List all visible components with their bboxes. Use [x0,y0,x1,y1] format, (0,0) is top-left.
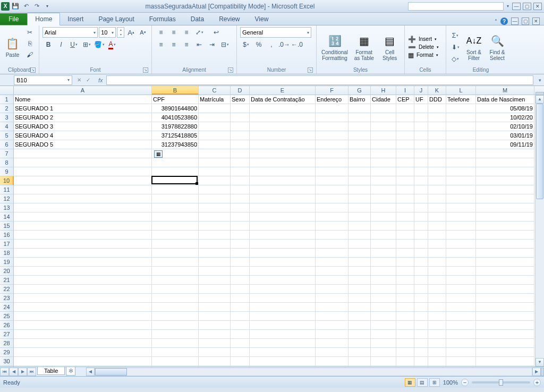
column-header-F[interactable]: F [316,86,348,95]
cell-F28[interactable] [316,339,348,348]
grid-rows[interactable]: 1NomeCPFMatrículaSexoData de Contratação… [0,95,544,367]
cell-B5[interactable]: 37125418805 [152,131,199,140]
cell-L9[interactable] [446,167,476,176]
cell-A27[interactable] [14,330,152,339]
row-header-30[interactable]: 30 [0,357,14,366]
cell-H16[interactable] [371,231,396,240]
sort-filter-button[interactable]: A↓ZSort & Filter [463,27,484,67]
cell-F8[interactable] [316,158,348,167]
column-header-B[interactable]: B [152,86,199,95]
cell-E30[interactable] [250,357,316,366]
cell-I13[interactable] [396,203,414,212]
cell-J28[interactable] [414,339,428,348]
cell-A26[interactable] [14,321,152,330]
cell-J11[interactable] [414,185,428,194]
cell-I2[interactable] [396,104,414,113]
cell-E3[interactable] [250,113,316,122]
formulas-tab[interactable]: Formulas [142,13,183,25]
cell-J13[interactable] [414,203,428,212]
cell-K1[interactable]: DDD [428,95,446,104]
decrease-indent-icon[interactable]: ⇤ [193,39,205,50]
cell-L15[interactable] [446,221,476,231]
cell-C5[interactable] [199,131,231,140]
cell-G6[interactable] [348,140,371,149]
cell-C9[interactable] [199,167,231,176]
cell-C28[interactable] [199,339,231,348]
cell-C16[interactable] [199,231,231,240]
cell-A4[interactable]: SEGURADO 3 [14,122,152,131]
minimize-button[interactable]: — [512,3,521,10]
cell-M25[interactable] [476,312,534,321]
cell-J6[interactable] [414,140,428,149]
next-sheet-icon[interactable]: ▶ [18,368,27,376]
cell-G27[interactable] [348,330,371,339]
increase-indent-icon[interactable]: ⇥ [206,39,218,50]
cell-K9[interactable] [428,167,446,176]
cell-I15[interactable] [396,221,414,231]
enter-formula-icon[interactable]: ✓ [84,76,92,84]
cell-L31[interactable] [446,366,476,367]
cell-D5[interactable] [231,131,250,140]
cell-C6[interactable] [199,140,231,149]
cell-B23[interactable] [152,294,199,303]
scroll-right-icon[interactable]: ▶ [532,368,541,376]
cell-C1[interactable]: Matrícula [199,95,231,104]
cell-I27[interactable] [396,330,414,339]
vertical-split-handle[interactable] [536,92,544,95]
cell-B6[interactable]: 31237943850 [152,140,199,149]
cell-F14[interactable] [316,212,348,221]
close-button[interactable]: ✕ [533,3,542,10]
cell-I6[interactable] [396,140,414,149]
cell-C22[interactable] [199,285,231,294]
cell-H2[interactable] [371,104,396,113]
row-header-20[interactable]: 20 [0,267,14,276]
cell-B20[interactable] [152,267,199,276]
cell-H13[interactable] [371,203,396,212]
cell-E16[interactable] [250,231,316,240]
cell-D14[interactable] [231,212,250,221]
cell-F25[interactable] [316,312,348,321]
cell-A18[interactable] [14,249,152,258]
cell-K16[interactable] [428,231,446,240]
cell-D10[interactable] [231,176,250,185]
cell-B2[interactable]: 38901644800 [152,104,199,113]
cell-F5[interactable] [316,131,348,140]
cell-G21[interactable] [348,276,371,285]
cell-J31[interactable] [414,366,428,367]
cell-G9[interactable] [348,167,371,176]
cell-A25[interactable] [14,312,152,321]
cell-H29[interactable] [371,348,396,357]
scroll-up-icon[interactable]: ▲ [536,95,544,104]
cell-H12[interactable] [371,194,396,203]
cell-M17[interactable] [476,240,534,249]
cell-C8[interactable] [199,158,231,167]
row-header-3[interactable]: 3 [0,113,14,122]
cell-G23[interactable] [348,294,371,303]
paste-button[interactable]: 📋 Paste [3,27,22,67]
cell-M4[interactable]: 02/10/19 [476,122,534,131]
cell-G20[interactable] [348,267,371,276]
font-dialog-icon[interactable]: ↘ [143,67,148,73]
cell-B29[interactable] [152,348,199,357]
cell-A16[interactable] [14,231,152,240]
cell-D18[interactable] [231,249,250,258]
cell-L11[interactable] [446,185,476,194]
cell-L5[interactable] [446,131,476,140]
cell-D28[interactable] [231,339,250,348]
font-color-icon[interactable]: A [106,39,118,50]
cell-K31[interactable] [428,366,446,367]
insert-tab[interactable]: Insert [60,13,91,25]
cell-C30[interactable] [199,357,231,366]
align-right-icon[interactable]: ≡ [181,39,192,50]
cell-B17[interactable] [152,240,199,249]
first-sheet-icon[interactable]: ⏮ [0,368,9,376]
cell-A20[interactable] [14,267,152,276]
column-header-D[interactable]: D [231,86,250,95]
cell-K27[interactable] [428,330,446,339]
align-center-icon[interactable]: ≡ [168,39,180,50]
cell-B14[interactable] [152,212,199,221]
cell-K8[interactable] [428,158,446,167]
cell-M11[interactable] [476,185,534,194]
cell-M19[interactable] [476,258,534,267]
cell-B25[interactable] [152,312,199,321]
